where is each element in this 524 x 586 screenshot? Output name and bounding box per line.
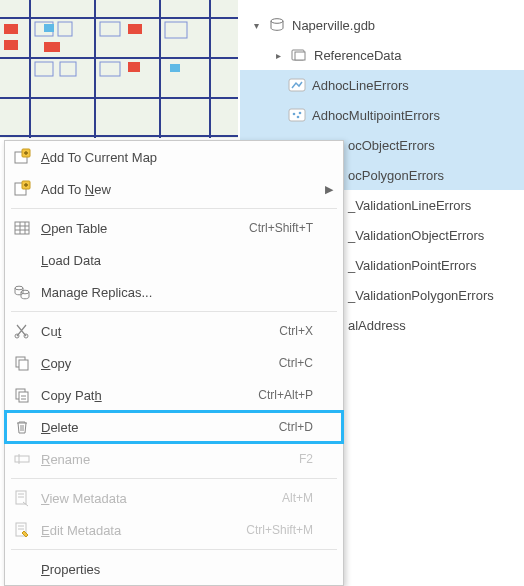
submenu-chevron-icon: ▶ [323,183,333,196]
svg-rect-17 [4,40,18,50]
svg-rect-50 [15,456,29,462]
menu-item-shortcut: Ctrl+X [279,324,313,338]
svg-point-30 [299,112,302,115]
menu-item-view-metadata: View MetadataAlt+M [5,482,343,514]
menu-item-shortcut: F2 [299,452,313,466]
tree-node-label: Naperville.gdb [292,18,375,33]
copy-icon [13,354,31,372]
menu-item-shortcut: Alt+M [282,491,313,505]
delete-icon [13,418,31,436]
multipoint-feature-icon [288,107,306,123]
editmeta-icon [13,521,31,539]
tree-node-geodatabase[interactable]: ▾ Naperville.gdb [240,10,524,40]
svg-rect-21 [44,24,54,32]
tree-node-dataset[interactable]: ▸ ReferenceData [240,40,524,70]
tree-node-label: ReferenceData [314,48,401,63]
menu-item-label: Rename [41,452,289,467]
menu-item-label: Delete [41,420,269,435]
geodatabase-icon [268,17,286,33]
menu-item-edit-metadata: Edit MetadataCtrl+Shift+M [5,514,343,546]
menu-item-shortcut: Ctrl+D [279,420,313,434]
menu-item-rename: RenameF2 [5,443,343,475]
menu-item-label: Add To New [41,182,303,197]
svg-rect-0 [0,0,238,138]
menu-item-label: Edit Metadata [41,523,236,538]
svg-point-41 [21,290,29,294]
svg-rect-22 [170,64,180,72]
svg-rect-45 [19,360,28,370]
menu-item-add-to-new[interactable]: Add To New▶ [5,173,343,205]
menu-item-label: Cut [41,324,269,339]
tree-item[interactable]: AdhocMultipointErrors [240,100,524,130]
dataset-icon [290,47,308,63]
menu-item-label: Add To Current Map [41,150,303,165]
menu-item-copy[interactable]: CopyCtrl+C [5,347,343,379]
svg-rect-47 [19,392,28,402]
svg-rect-35 [15,222,29,234]
menu-item-manage-replicas[interactable]: Manage Replicas... [5,276,343,308]
menu-item-label: Copy Path [41,388,248,403]
svg-rect-20 [128,62,140,72]
blank-icon [13,560,31,578]
menu-item-delete[interactable]: DeleteCtrl+D [5,411,343,443]
svg-rect-19 [128,24,142,34]
menu-item-label: View Metadata [41,491,272,506]
map-preview [0,0,238,138]
rename-icon [13,450,31,468]
svg-rect-27 [289,109,305,121]
menu-item-label: Properties [41,562,303,577]
menu-item-shortcut: Ctrl+Shift+M [246,523,313,537]
menu-item-label: Manage Replicas... [41,285,303,300]
menu-item-shortcut: Ctrl+C [279,356,313,370]
svg-rect-18 [44,42,60,52]
tree-item-label: AdhocMultipointErrors [312,108,440,123]
expander-icon[interactable]: ▾ [250,19,262,31]
menu-separator [11,311,337,312]
add-map-icon [13,148,31,166]
tree-item[interactable]: AdhocLineErrors [240,70,524,100]
line-feature-icon [288,77,306,93]
add-new-icon [13,180,31,198]
context-menu: Add To Current MapAdd To New▶Open TableC… [4,140,344,586]
menu-item-load-data[interactable]: Load Data [5,244,343,276]
tree-item-label: AdhocLineErrors [312,78,409,93]
expander-icon[interactable]: ▸ [272,49,284,61]
menu-item-label: Load Data [41,253,303,268]
menu-item-shortcut: Ctrl+Alt+P [258,388,313,402]
blank-icon [13,251,31,269]
replicas-icon [13,283,31,301]
svg-point-29 [297,116,300,119]
cut-icon [13,322,31,340]
svg-rect-16 [4,24,18,34]
menu-item-shortcut: Ctrl+Shift+T [249,221,313,235]
svg-point-28 [293,113,296,116]
menu-item-properties[interactable]: Properties [5,553,343,585]
menu-separator [11,549,337,550]
menu-item-add-to-current-map[interactable]: Add To Current Map [5,141,343,173]
viewmeta-icon [13,489,31,507]
menu-separator [11,208,337,209]
menu-separator [11,478,337,479]
menu-item-open-table[interactable]: Open TableCtrl+Shift+T [5,212,343,244]
copypath-icon [13,386,31,404]
menu-item-label: Copy [41,356,269,371]
table-icon [13,219,31,237]
svg-rect-25 [295,52,305,60]
menu-item-cut[interactable]: CutCtrl+X [5,315,343,347]
menu-item-label: Open Table [41,221,239,236]
svg-point-40 [15,286,23,290]
svg-point-23 [271,19,283,24]
menu-item-copy-path[interactable]: Copy PathCtrl+Alt+P [5,379,343,411]
